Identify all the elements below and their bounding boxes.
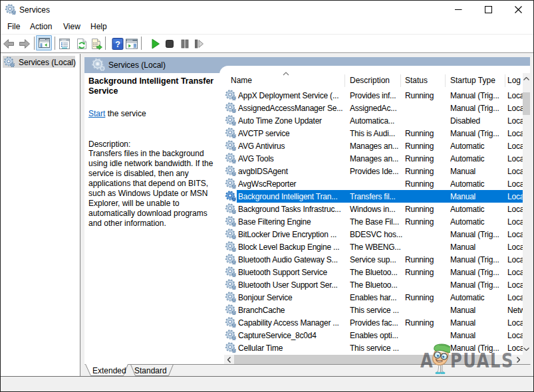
help-icon[interactable]: ?: [112, 38, 124, 50]
service-row[interactable]: Background Tasks Infrastruc...Windows in…: [224, 203, 523, 215]
scroll-left-icon[interactable]: [225, 355, 233, 364]
service-log-on-as: Loca: [507, 217, 523, 227]
column-separator[interactable]: [445, 74, 446, 87]
extended-view-title: Services (Local): [108, 60, 166, 70]
service-row[interactable]: AppX Deployment Service (...Provides inf…: [224, 89, 523, 102]
service-log-on-as: Loca: [507, 280, 523, 290]
service-row[interactable]: AVCTP serviceThis is Audi...RunningManua…: [224, 127, 523, 140]
service-name: CaptureService_8c0d4: [238, 331, 344, 341]
column-separator[interactable]: [505, 74, 505, 87]
service-row[interactable]: Cellular TimeThis service ...Manual (Tri…: [224, 342, 523, 354]
service-gear-icon: [225, 254, 236, 264]
service-description: This service ...: [350, 343, 403, 353]
service-status: Running: [405, 142, 444, 151]
service-row[interactable]: AVG AntivirusManages an...RunningAutomat…: [224, 140, 523, 152]
service-description: Provides inf...: [350, 91, 403, 101]
column-separator[interactable]: [344, 74, 345, 87]
minimize-button[interactable]: [444, 1, 473, 19]
service-log-on-as: Loca: [507, 192, 523, 202]
horizontal-scrollbar[interactable]: [224, 355, 523, 364]
column-header-description[interactable]: Description: [350, 76, 390, 85]
service-row[interactable]: Base Filtering EngineThe Base Fil...Runn…: [224, 215, 523, 228]
start-service-icon[interactable]: [150, 38, 162, 50]
maximize-button[interactable]: [473, 1, 503, 19]
scroll-up-icon[interactable]: [523, 74, 530, 83]
service-row[interactable]: Bluetooth Support ServiceThe Bluetoo...R…: [224, 266, 523, 278]
service-status: [405, 331, 444, 341]
restart-service-icon[interactable]: [193, 38, 205, 50]
service-gear-icon: [225, 102, 236, 113]
service-description: This service ...: [350, 306, 403, 316]
menu-file[interactable]: File: [7, 22, 20, 31]
service-row[interactable]: AssignedAccessManager Se...AssignedAc...…: [224, 102, 523, 114]
properties-icon[interactable]: [59, 38, 70, 50]
vertical-scrollbar[interactable]: [523, 73, 530, 355]
tab-extended-label[interactable]: Extended: [92, 366, 126, 375]
service-row[interactable]: AvgWscReporterRunningAutomaticLoca: [224, 177, 523, 190]
service-startup-type: Manual (Trig...: [450, 230, 503, 240]
service-description: AssignedAc...: [350, 104, 403, 114]
service-status: Running: [405, 167, 444, 177]
service-row[interactable]: Bonjour ServiceEnables har...RunningAuto…: [224, 291, 523, 304]
tab-standard-label[interactable]: Standard: [134, 366, 167, 375]
services-gear-icon: [92, 58, 105, 71]
service-row[interactable]: Bluetooth User Support Ser...The Bluetoo…: [224, 278, 523, 291]
service-row[interactable]: BranchCacheThis service ...ManualNetw: [224, 304, 523, 316]
service-row[interactable]: Background Intelligent Tran...Transfers …: [224, 190, 523, 203]
close-button[interactable]: [503, 1, 533, 19]
service-gear-icon: [225, 178, 236, 189]
service-log-on-as: Loca: [507, 318, 523, 328]
menu-help[interactable]: Help: [90, 22, 107, 31]
column-header-status[interactable]: Status: [405, 76, 428, 85]
column-header-log-on-as[interactable]: Log: [507, 76, 521, 85]
service-gear-icon: [225, 292, 236, 302]
service-startup-type: Automatic: [450, 205, 503, 215]
service-row[interactable]: BitLocker Drive Encryption ...BDESVC hos…: [224, 228, 523, 241]
service-log-on-as: Loca: [507, 230, 523, 240]
service-gear-icon: [225, 203, 236, 214]
forward-icon[interactable]: [19, 38, 31, 50]
service-row[interactable]: AVG ToolsManages an...RunningAutomaticLo…: [224, 152, 523, 165]
stop-service-icon[interactable]: [164, 38, 176, 50]
service-status: Running: [405, 91, 444, 101]
service-gear-icon: [225, 304, 236, 315]
horizontal-scroll-thumb[interactable]: [234, 355, 493, 364]
scrollbar-corner: [523, 355, 530, 364]
menu-view[interactable]: View: [63, 22, 80, 31]
start-service-link[interactable]: Start: [88, 109, 105, 118]
scroll-down-icon[interactable]: [523, 345, 530, 353]
service-gear-icon: [225, 191, 236, 201]
service-row[interactable]: avgbIDSAgentProvides Ide...RunningManual…: [224, 165, 523, 177]
service-status: [405, 280, 444, 290]
export-list-icon[interactable]: [90, 38, 102, 50]
show-action-pane-icon[interactable]: [126, 38, 138, 50]
service-name: AssignedAccessManager Se...: [238, 104, 344, 114]
service-description: This is Audi...: [350, 129, 403, 139]
title-bar: Services: [1, 1, 533, 19]
pause-service-icon[interactable]: [179, 38, 191, 50]
service-row[interactable]: Block Level Backup Engine ...The WBENG..…: [224, 241, 523, 253]
services-list-sheet: Name Description Status Startup Type Log…: [219, 66, 530, 364]
show-console-tree-button[interactable]: [36, 35, 52, 50]
service-name: AppX Deployment Service (...: [238, 91, 344, 101]
vertical-scroll-thumb[interactable]: [523, 92, 530, 115]
service-startup-type: Automatic: [450, 293, 503, 303]
column-header-name[interactable]: Name: [231, 76, 252, 85]
column-separator[interactable]: [400, 74, 401, 87]
back-icon[interactable]: [3, 38, 15, 50]
status-bar: [1, 377, 533, 391]
sort-ascending-icon: [283, 72, 289, 76]
service-row[interactable]: Bluetooth Audio Gateway S...Service sup.…: [224, 253, 523, 266]
service-description: The Base Fil...: [350, 217, 403, 227]
column-header-startup-type[interactable]: Startup Type: [450, 76, 495, 85]
menu-action[interactable]: Action: [30, 22, 52, 31]
service-row[interactable]: Auto Time Zone UpdaterAutomatica...Disab…: [224, 114, 523, 127]
service-row[interactable]: Capability Access Manager ...Provides fa…: [224, 316, 523, 329]
service-name: Base Filtering Engine: [238, 217, 344, 227]
service-name: AVCTP service: [238, 129, 344, 139]
scroll-right-icon[interactable]: [514, 355, 522, 364]
service-name: Bonjour Service: [238, 293, 344, 303]
service-row[interactable]: CaptureService_8c0d4Enables opti...Manua…: [224, 329, 523, 342]
refresh-icon[interactable]: [76, 38, 88, 50]
description-text: Transfers files in the background using …: [88, 149, 221, 229]
